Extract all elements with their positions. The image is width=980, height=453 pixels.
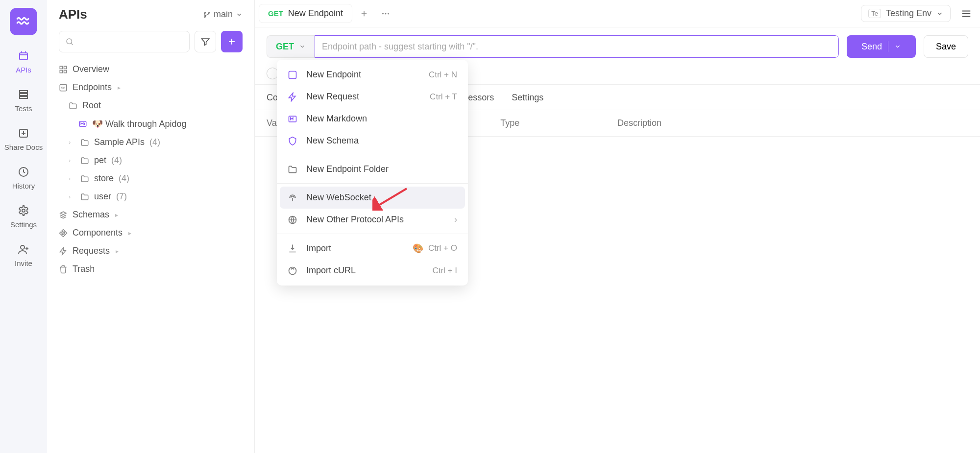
- app-logo: [10, 8, 37, 35]
- folder-icon: [80, 156, 89, 165]
- dd-new-schema[interactable]: New Schema: [277, 130, 468, 152]
- dd-new-other-protocol[interactable]: New Other Protocol APIs ›: [277, 209, 468, 231]
- tree-schemas[interactable]: Schemas ▸: [53, 206, 248, 224]
- env-badge: Te: [868, 9, 881, 18]
- rail-share[interactable]: Share Docs: [4, 126, 43, 151]
- dd-label: Import: [306, 243, 331, 254]
- dd-shortcut: Ctrl + O: [428, 243, 457, 253]
- tree-trash-label: Trash: [73, 264, 95, 274]
- tree-store[interactable]: › store (4): [53, 169, 248, 188]
- search-icon: [65, 37, 74, 46]
- trash-icon: [59, 265, 68, 274]
- dd-import[interactable]: Import 🎨 Ctrl + O: [277, 237, 468, 260]
- caret-icon: ▸: [118, 84, 121, 91]
- tree-pet-label: pet: [94, 155, 106, 166]
- env-selector[interactable]: Te Testing Env: [861, 5, 951, 22]
- tree-overview[interactable]: Overview: [53, 60, 248, 78]
- caret-icon: ▸: [128, 230, 131, 237]
- rail-invite[interactable]: Invite: [15, 242, 32, 267]
- env-name: Testing Env: [886, 8, 931, 19]
- dd-new-endpoint[interactable]: New Endpoint Ctrl + N: [277, 64, 468, 86]
- add-button[interactable]: [221, 31, 243, 52]
- endpoint-path-input[interactable]: [315, 35, 839, 58]
- tab-add-button[interactable]: [354, 4, 374, 24]
- dd-import-curl[interactable]: Import cURL Ctrl + I: [277, 260, 468, 282]
- dd-label: New Request: [306, 92, 359, 102]
- sidebar: APIs main Overview 96 Endpoints ▸ Roo: [47, 0, 255, 453]
- dd-new-markdown[interactable]: New Markdown: [277, 108, 468, 130]
- svg-rect-13: [64, 66, 67, 69]
- tree-sample-apis[interactable]: › Sample APIs (4): [53, 133, 248, 151]
- tree-root-label: Root: [82, 100, 101, 111]
- svg-rect-3: [20, 96, 27, 98]
- th-description: Description: [617, 118, 968, 128]
- subtab-settings[interactable]: Settings: [512, 93, 543, 110]
- tree-endpoints[interactable]: 96 Endpoints ▸: [53, 78, 248, 96]
- filter-icon: [200, 37, 210, 47]
- tree-walkthrough-label: 🐶 Walk through Apidog: [92, 119, 186, 129]
- save-button[interactable]: Save: [924, 35, 968, 58]
- chevron-right-icon: ›: [69, 139, 75, 146]
- chevron-down-icon: [936, 10, 943, 17]
- dd-new-websocket[interactable]: New WebSocket: [280, 187, 465, 209]
- filter-button[interactable]: [195, 31, 216, 52]
- svg-rect-22: [289, 71, 296, 78]
- method-selector[interactable]: GET: [267, 35, 315, 58]
- sidebar-title: APIs: [59, 7, 87, 22]
- left-rail: APIs Tests Share Docs History Settings I…: [0, 0, 47, 453]
- schemas-icon: [59, 211, 68, 219]
- tree-user[interactable]: › user (7): [53, 188, 248, 206]
- menu-button[interactable]: [956, 4, 976, 24]
- svg-text:96: 96: [61, 86, 65, 90]
- folder-icon: [288, 165, 298, 174]
- dd-label: Import cURL: [306, 265, 356, 276]
- dd-shortcut: Ctrl + T: [430, 92, 457, 102]
- dd-new-folder[interactable]: New Endpoint Folder: [277, 158, 468, 180]
- caret-icon: ▸: [116, 248, 119, 255]
- plus-icon: [360, 9, 368, 18]
- schema-icon: [288, 136, 298, 146]
- svg-rect-12: [60, 66, 62, 69]
- tree-pet[interactable]: › pet (4): [53, 151, 248, 169]
- send-button[interactable]: Send: [847, 35, 916, 58]
- tree-components[interactable]: Components ▸: [53, 224, 248, 242]
- overview-icon: [59, 65, 68, 74]
- invite-icon: [17, 242, 30, 256]
- send-label: Send: [861, 42, 882, 52]
- tab-title: New Endpoint: [288, 8, 343, 19]
- tree-trash[interactable]: Trash: [53, 260, 248, 278]
- endpoint-icon: [288, 70, 298, 80]
- rail-invite-label: Invite: [15, 259, 32, 267]
- chevron-right-icon: ›: [454, 215, 457, 225]
- svg-point-7: [21, 245, 24, 249]
- search-input[interactable]: [59, 31, 190, 52]
- folder-icon: [80, 174, 89, 183]
- globe-icon: [288, 215, 298, 225]
- branch-selector[interactable]: main: [203, 9, 243, 20]
- svg-point-6: [22, 209, 25, 212]
- svg-rect-2: [20, 94, 27, 95]
- rail-apis[interactable]: APIs: [16, 49, 31, 74]
- rail-tests[interactable]: Tests: [15, 88, 32, 113]
- tab-more-button[interactable]: [376, 4, 395, 24]
- menu-icon: [961, 8, 972, 19]
- dd-shortcut: Ctrl + N: [429, 70, 457, 80]
- svg-rect-14: [60, 70, 62, 72]
- tree-endpoints-label: Endpoints: [73, 82, 112, 93]
- websocket-icon: [288, 193, 298, 203]
- request-icon: [288, 92, 298, 102]
- svg-point-10: [208, 12, 210, 13]
- import-icon: [288, 243, 298, 253]
- tree-root[interactable]: Root: [53, 96, 248, 115]
- rail-settings[interactable]: Settings: [10, 204, 37, 229]
- tab-new-endpoint[interactable]: GET New Endpoint: [259, 4, 352, 23]
- tree-walkthrough[interactable]: 🐶 Walk through Apidog: [53, 115, 248, 133]
- endpoints-icon: 96: [59, 83, 68, 92]
- tree-requests[interactable]: Requests ▸: [53, 242, 248, 260]
- more-icon: [380, 8, 391, 19]
- tree-sample-count: (4): [149, 137, 160, 147]
- rail-history[interactable]: History: [12, 165, 35, 190]
- method-value: GET: [276, 42, 294, 52]
- svg-rect-1: [20, 91, 27, 93]
- dd-new-request[interactable]: New Request Ctrl + T: [277, 86, 468, 108]
